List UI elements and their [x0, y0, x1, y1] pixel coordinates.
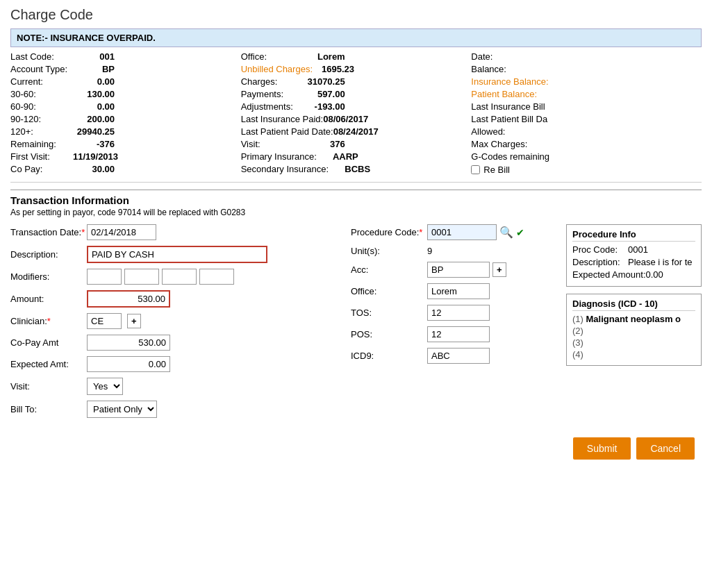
description-row: Description:: [10, 246, 330, 263]
max-charges-label: Max Charges:: [471, 139, 561, 149]
payments-label: Payments:: [241, 89, 304, 99]
diagnosis-box: Diagnosis (ICD - 10) (1) Malignant neopl…: [566, 294, 702, 366]
acc-input[interactable]: [427, 262, 490, 278]
acc-label: Acc:: [351, 264, 427, 275]
clinician-row: Clinician:* +: [10, 313, 330, 329]
adjustments-value: -193.00: [304, 101, 359, 112]
secondary-ins-label: Secondary Insurance:: [241, 164, 329, 174]
trans-date-label: Transaction Date:*: [10, 227, 87, 237]
pos-input[interactable]: [427, 326, 490, 342]
proc-info-code-label: Proc Code:: [572, 244, 628, 255]
visit-label: Visit:: [241, 139, 304, 149]
modifier-4[interactable]: [199, 269, 234, 285]
payments-value: 597.00: [304, 89, 359, 99]
proc-code-row: Procedure Code:* 🔍 ✔: [351, 224, 545, 240]
expected-amt-row: Expected Amt:: [10, 356, 330, 372]
pos-row: POS:: [351, 326, 545, 342]
tos-label: TOS:: [351, 308, 427, 318]
rebill-checkbox[interactable]: [471, 165, 480, 174]
info-col-left: Last Code:001 Account Type:BP Current:0.…: [10, 51, 241, 176]
info-col-right: Date: Balance: Insurance Balance: Patien…: [471, 51, 702, 176]
proc-info-desc-label: Description:: [572, 257, 628, 267]
primary-ins-value: AARP: [317, 151, 372, 162]
gcodes-label: G-Codes remaining: [471, 151, 561, 162]
trans-date-input[interactable]: [87, 224, 156, 240]
expected-amt-label: Expected Amt:: [10, 359, 87, 369]
description-input[interactable]: [87, 246, 267, 263]
clinician-plus-button[interactable]: +: [127, 314, 141, 328]
amount-input[interactable]: [87, 290, 170, 308]
diag-item-1: (1) Malignant neoplasm o: [572, 314, 695, 324]
patient-info-section: Last Code:001 Account Type:BP Current:0.…: [10, 51, 702, 183]
bill-to-select[interactable]: Patient Only: [87, 401, 157, 418]
visit-value: 376: [304, 139, 359, 149]
diag-item-3: (3): [572, 337, 695, 348]
form-right: Procedure Info Proc Code: 0001 Descripti…: [566, 224, 702, 423]
rebill-label: Re Bill: [483, 165, 510, 175]
modifiers-inputs: [87, 269, 234, 285]
clinician-input[interactable]: [87, 313, 122, 329]
modifier-3[interactable]: [162, 269, 197, 285]
current-value: 0.00: [73, 76, 129, 87]
bottom-buttons: Submit Cancel: [10, 437, 702, 460]
copay-value: 30.00: [73, 164, 129, 174]
check-icon: ✔: [516, 227, 524, 238]
copay-amt-label: Co-Pay Amt: [10, 337, 87, 348]
date-label: Date:: [471, 51, 561, 62]
proc-info-box: Procedure Info Proc Code: 0001 Descripti…: [566, 224, 702, 287]
bill-to-label: Bill To:: [10, 404, 87, 414]
expected-amt-input[interactable]: [87, 356, 170, 372]
current-label: Current:: [10, 76, 73, 87]
modifier-2[interactable]: [124, 269, 159, 285]
acc-row: Acc: +: [351, 262, 545, 278]
last-pat-paid-label: Last Patient Paid Date:: [241, 126, 333, 137]
modifier-1[interactable]: [87, 269, 122, 285]
clinician-label: Clinician:*: [10, 316, 87, 326]
proc-code-label: Procedure Code:*: [351, 227, 427, 237]
diag-item-4: (4): [572, 349, 695, 360]
90-120-label: 90-120:: [10, 114, 73, 124]
visit-label-form: Visit:: [10, 381, 87, 392]
visit-row: Visit: Yes: [10, 378, 330, 395]
proc-info-code-value: 0001: [628, 244, 648, 255]
visit-select[interactable]: Yes: [87, 378, 123, 395]
primary-ins-label: Primary Insurance:: [241, 151, 317, 162]
modifiers-label: Modifiers:: [10, 271, 87, 282]
30-60-label: 30-60:: [10, 89, 73, 99]
diag-item-2: (2): [572, 326, 695, 336]
submit-button[interactable]: Submit: [573, 437, 631, 460]
proc-info-desc-row: Description: Please i is for te: [572, 257, 695, 267]
last-pat-paid-value: 08/24/2017: [333, 126, 392, 137]
office-input[interactable]: [427, 283, 490, 299]
proc-info-desc-value: Please i is for te: [628, 257, 693, 267]
proc-info-code-row: Proc Code: 0001: [572, 244, 695, 255]
120plus-value: 29940.25: [73, 126, 129, 137]
search-icon[interactable]: 🔍: [499, 226, 513, 239]
icd9-input[interactable]: [427, 348, 490, 364]
modifiers-row: Modifiers:: [10, 269, 330, 285]
proc-info-title: Procedure Info: [572, 229, 695, 242]
pat-balance-label: Patient Balance:: [471, 89, 561, 99]
clinician-inputs: +: [87, 313, 141, 329]
allowed-label: Allowed:: [471, 126, 561, 137]
tos-input[interactable]: [427, 305, 490, 321]
90-120-value: 200.00: [73, 114, 129, 124]
acc-plus-button[interactable]: +: [492, 262, 506, 277]
last-ins-paid-label: Last Insurance Paid:: [241, 114, 324, 124]
cancel-button[interactable]: Cancel: [636, 437, 695, 460]
adjustments-label: Adjustments:: [241, 101, 304, 112]
copay-amt-input[interactable]: [87, 335, 170, 351]
form-middle: Procedure Code:* 🔍 ✔ Unit(s): 9 Acc: + O…: [351, 224, 545, 423]
account-type-label: Account Type:: [10, 64, 73, 74]
unbilled-value: 1695.23: [313, 64, 368, 74]
bill-to-row: Bill To: Patient Only: [10, 401, 330, 418]
first-visit-label: First Visit:: [10, 151, 73, 162]
tos-row: TOS:: [351, 305, 545, 321]
as-per-note: As per setting in payor, code 97014 will…: [10, 208, 702, 217]
120plus-label: 120+:: [10, 126, 73, 137]
office-label-form: Office:: [351, 286, 427, 296]
last-code-label: Last Code:: [10, 51, 73, 62]
last-ins-bill-label: Last Insurance Bill: [471, 101, 561, 112]
proc-info-expected-label: Expected Amount:: [572, 269, 646, 280]
proc-code-input[interactable]: [427, 224, 497, 240]
